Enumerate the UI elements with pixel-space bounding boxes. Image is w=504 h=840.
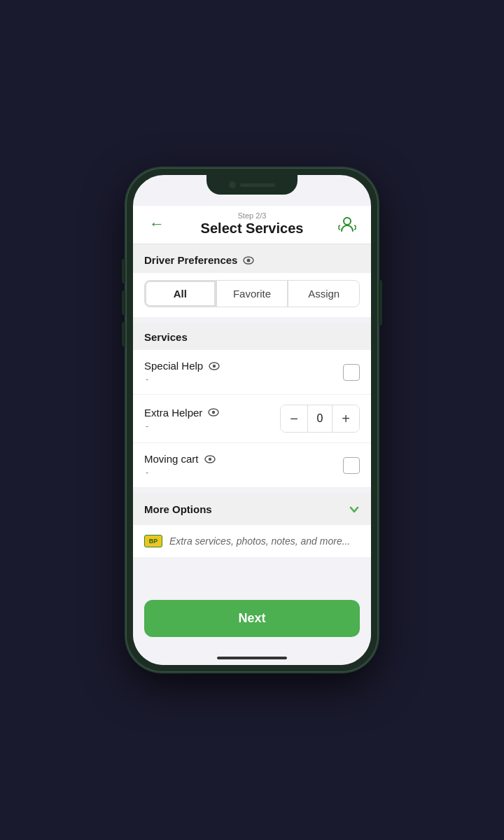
- driver-preferences-label: Driver Preferences: [144, 254, 237, 266]
- counter-decrement-button[interactable]: −: [281, 405, 307, 432]
- bottom-bar: Next: [133, 592, 371, 651]
- moving-cart-item: Moving cart -: [133, 443, 371, 488]
- support-icon: [337, 214, 357, 234]
- extra-helper-label: Extra Helper: [144, 407, 202, 419]
- driver-tabs: All Favorite Assign: [133, 273, 371, 317]
- extra-helper-price: -: [144, 421, 219, 431]
- header: ← Step 2/3 Select Services: [133, 206, 371, 244]
- svg-point-8: [208, 457, 211, 460]
- header-center: Step 2/3 Select Services: [169, 211, 335, 237]
- counter-increment-button[interactable]: +: [332, 405, 359, 432]
- more-options-body: BP Extra services, photos, notes, and mo…: [133, 525, 371, 557]
- camera: [229, 181, 236, 188]
- services-label: Services: [144, 331, 188, 343]
- back-arrow-icon: ←: [149, 215, 164, 233]
- back-button[interactable]: ←: [144, 211, 169, 237]
- moving-cart-label: Moving cart: [144, 453, 199, 465]
- bp-badge: BP: [144, 535, 162, 547]
- special-help-price: -: [144, 374, 220, 384]
- svg-point-2: [247, 258, 251, 262]
- moving-cart-eye-icon: [204, 455, 216, 463]
- special-help-eye-icon: [209, 362, 220, 370]
- special-help-item: Special Help -: [133, 350, 371, 395]
- tab-favorite[interactable]: Favorite: [216, 280, 288, 307]
- content-area: Driver Preferences All Favorite Assign: [133, 244, 371, 592]
- moving-cart-price: -: [144, 467, 216, 477]
- more-options-header[interactable]: More Options: [133, 493, 371, 525]
- svg-point-6: [212, 411, 215, 414]
- driver-preferences-eye-icon: [243, 255, 254, 266]
- counter-value: 0: [307, 405, 332, 432]
- notch: [206, 175, 298, 195]
- support-button[interactable]: [335, 211, 360, 237]
- special-help-checkbox[interactable]: [343, 364, 360, 381]
- special-help-label: Special Help: [144, 360, 203, 372]
- svg-point-0: [344, 218, 351, 225]
- driver-preferences-header: Driver Preferences: [133, 244, 371, 273]
- speaker: [240, 183, 275, 187]
- special-help-left: Special Help -: [144, 360, 220, 384]
- extra-helper-eye-icon: [208, 408, 219, 416]
- extra-helper-label-row: Extra Helper: [144, 407, 219, 419]
- chevron-down-icon: [349, 504, 360, 515]
- tab-assign[interactable]: Assign: [288, 280, 360, 307]
- services-header: Services: [133, 323, 371, 350]
- extra-helper-item: Extra Helper - − 0 +: [133, 395, 371, 443]
- moving-cart-checkbox[interactable]: [343, 457, 360, 474]
- home-indicator: [133, 651, 371, 665]
- tab-all[interactable]: All: [144, 280, 216, 307]
- services-section: Services Special Help -: [133, 323, 371, 488]
- page-title: Select Services: [169, 220, 335, 237]
- driver-preferences-section: Driver Preferences All Favorite Assign: [133, 244, 371, 317]
- more-options-label: More Options: [144, 503, 212, 515]
- more-options-description: Extra services, photos, notes, and more.…: [169, 536, 350, 547]
- extra-helper-counter: − 0 +: [280, 405, 360, 433]
- svg-point-4: [213, 364, 216, 367]
- step-label: Step 2/3: [169, 211, 335, 220]
- next-button[interactable]: Next: [144, 600, 360, 637]
- moving-cart-label-row: Moving cart: [144, 453, 216, 465]
- special-help-label-row: Special Help: [144, 360, 220, 372]
- moving-cart-left: Moving cart -: [144, 453, 216, 477]
- more-options-section: More Options BP Extra services, photos, …: [133, 493, 371, 557]
- home-bar: [217, 657, 287, 659]
- extra-helper-left: Extra Helper -: [144, 407, 219, 431]
